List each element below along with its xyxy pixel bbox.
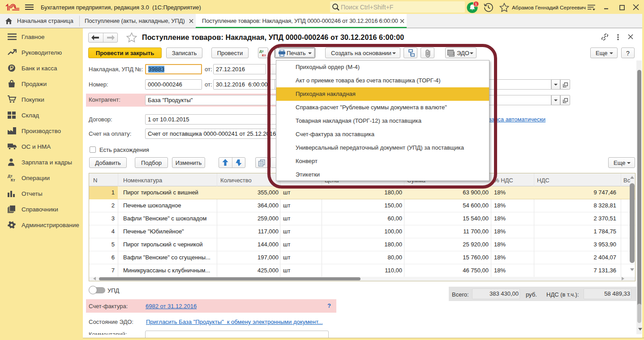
svg-text:1: 1 bbox=[475, 1, 477, 6]
svg-text:Дт: Дт bbox=[259, 49, 264, 53]
svg-text:Кт: Кт bbox=[11, 178, 15, 182]
svg-text:Кт: Кт bbox=[262, 53, 266, 57]
